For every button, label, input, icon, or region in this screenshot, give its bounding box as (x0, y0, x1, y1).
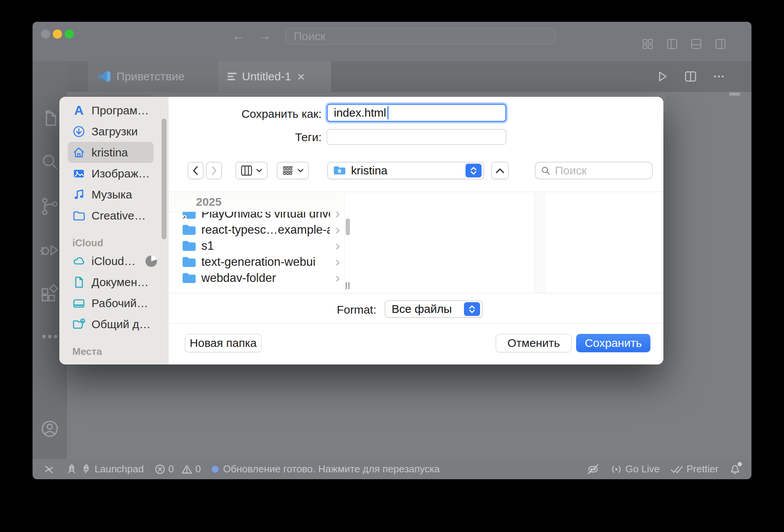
command-center-input[interactable] (286, 29, 555, 44)
filename-value: index.html (334, 106, 386, 119)
split-editor-icon[interactable] (684, 70, 697, 83)
alias-arrow-badge: ↗ (181, 215, 186, 220)
folder-outline-icon (72, 209, 85, 222)
editor-actions (656, 61, 725, 92)
music-note-icon (72, 188, 85, 201)
sidebar-item-documents[interactable]: Докумен… (59, 272, 168, 293)
finder-sidebar: A Програм… Загрузки kristina Изображ… (59, 97, 168, 364)
sidebar-item-icloud-drive[interactable]: iCloud… (59, 251, 168, 272)
traffic-zoom-button[interactable] (65, 29, 74, 39)
forward-button[interactable] (206, 162, 222, 179)
copilot-disabled-icon[interactable] (586, 464, 599, 475)
file-name: text-generation-webui (201, 255, 330, 269)
history-back-icon[interactable]: ← (232, 28, 245, 43)
customize-layout-icon[interactable] (642, 39, 653, 49)
browser-column-2[interactable] (350, 192, 534, 293)
source-control-icon[interactable] (40, 197, 60, 216)
home-icon (72, 146, 85, 159)
file-name: react-typesc…example-app (201, 223, 330, 237)
format-value: Все файлы (392, 303, 459, 316)
column-resize-handle[interactable] (346, 282, 350, 289)
more-actions-icon[interactable] (712, 70, 725, 83)
sidebar-item-downloads[interactable]: Загрузки (59, 121, 168, 142)
save-dialog-main: Сохранить как: index.html Теги: kristin (168, 97, 663, 364)
sidebar-item-pictures[interactable]: Изображ… (59, 163, 168, 184)
browser-column-1: 2025 ↗ PlayOnMac's virtual drives › (168, 192, 345, 293)
toggle-panel-icon[interactable] (691, 39, 702, 49)
notifications-bell-icon[interactable] (729, 464, 741, 475)
sidebar-scrollbar[interactable] (162, 119, 167, 239)
dialog-search-field[interactable] (535, 162, 653, 179)
file-row[interactable]: s1 › (168, 238, 345, 254)
sidebar-item-applications[interactable]: A Програм… (59, 100, 168, 121)
new-folder-button[interactable]: Новая папка (185, 334, 261, 352)
rocket-icon (80, 464, 91, 475)
command-center-search[interactable] (285, 28, 555, 45)
run-debug-icon[interactable] (40, 241, 60, 260)
sidebar-item-label: Музыка (91, 188, 132, 201)
prettier-status[interactable]: Prettier (670, 463, 719, 475)
history-forward-icon[interactable]: → (258, 28, 271, 43)
cancel-button[interactable]: Отменить (496, 334, 572, 352)
sidebar-item-label: Докумен… (91, 276, 149, 289)
back-button[interactable] (188, 162, 204, 179)
error-icon (155, 464, 165, 475)
dialog-search-input[interactable] (554, 164, 647, 177)
file-row[interactable]: text-generation-webui › (168, 254, 345, 270)
folder-icon (182, 256, 196, 268)
run-file-icon[interactable] (656, 70, 669, 83)
close-tab-icon[interactable]: × (297, 69, 305, 84)
browser-column-3[interactable] (545, 192, 663, 293)
tab-welcome[interactable]: Приветствие (88, 61, 218, 92)
toggle-secondary-sidebar-icon[interactable] (715, 39, 726, 49)
file-row[interactable]: ↗ PlayOnMac's virtual drives › (168, 212, 345, 222)
sidebar-item-music[interactable]: Музыка (59, 184, 168, 205)
file-name: PlayOnMac's virtual drives (201, 212, 330, 221)
location-dropdown[interactable]: kristina (327, 162, 484, 179)
chevron-down-icon (256, 168, 262, 173)
sidebar-item-desktop[interactable]: Рабочий… (59, 293, 168, 314)
file-row[interactable]: webdav-folder › (168, 270, 345, 286)
location-stepper[interactable] (466, 164, 482, 177)
sidebar-item-creative[interactable]: Creative… (59, 205, 168, 226)
column-divider (534, 192, 545, 293)
scrollbar-thumb[interactable] (729, 93, 740, 96)
filename-field[interactable]: index.html (327, 104, 506, 122)
account-icon[interactable] (40, 419, 60, 439)
traffic-close-button[interactable] (41, 29, 50, 39)
format-stepper[interactable] (464, 302, 480, 316)
sync-progress-pie (145, 255, 157, 267)
explorer-icon[interactable] (40, 109, 60, 129)
file-row[interactable]: react-typesc…example-app › (168, 222, 345, 238)
folder-icon (182, 240, 196, 252)
column-view-button[interactable] (235, 162, 268, 179)
problems-status[interactable]: 0 0 (155, 463, 201, 475)
file-rows: ↗ PlayOnMac's virtual drives › react-typ… (168, 212, 345, 293)
save-button[interactable]: Сохранить (576, 334, 650, 352)
more-views-icon[interactable] (40, 327, 60, 347)
tags-field[interactable] (327, 129, 506, 145)
tab-label: Приветствие (116, 70, 185, 83)
sidebar-item-label: Програм… (91, 104, 149, 117)
column-scrollbar-thumb[interactable] (346, 218, 350, 235)
tags-label: Теги: (168, 130, 322, 145)
sidebar-item-label: Creative… (91, 209, 146, 222)
search-icon[interactable] (40, 153, 60, 172)
parent-folder-button[interactable] (491, 162, 509, 179)
go-live-status[interactable]: Go Live (610, 463, 660, 475)
sidebar-item-shared[interactable]: Общий д… (59, 314, 168, 335)
plaintext-file-icon (227, 71, 237, 82)
group-by-button[interactable] (277, 162, 309, 179)
launchpad-status[interactable]: Launchpad (65, 463, 144, 475)
sidebar-item-home-kristina[interactable]: kristina (68, 142, 154, 163)
status-bar: Launchpad 0 0 Обновление готово. Нажмите… (33, 459, 751, 479)
format-dropdown[interactable]: Все файлы (385, 300, 483, 318)
remote-indicator-icon[interactable] (43, 464, 55, 475)
extensions-icon[interactable] (40, 284, 60, 304)
traffic-minimize-button[interactable] (53, 29, 62, 39)
error-count: 0 (168, 463, 174, 475)
update-ready-status[interactable]: Обновление готово. Нажмите для перезапус… (212, 463, 576, 475)
tab-untitled[interactable]: Untitled-1 × (218, 61, 331, 92)
chevron-down-icon (297, 168, 304, 173)
toggle-sidebar-icon[interactable] (667, 39, 678, 49)
